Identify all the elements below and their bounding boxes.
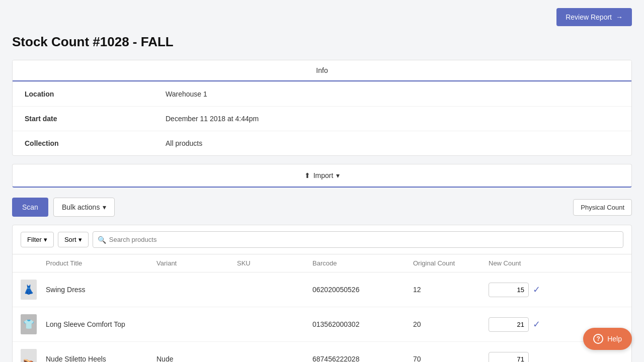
heels-icon: 👡 bbox=[23, 353, 34, 362]
review-report-label: Review Report bbox=[566, 13, 612, 21]
help-circle-icon: ? bbox=[593, 334, 603, 344]
chevron-down-icon: ▾ bbox=[336, 171, 340, 179]
col-header-barcode: Barcode bbox=[312, 259, 413, 267]
product-image-heels: 👡 bbox=[21, 349, 37, 362]
top-bar: Review Report → bbox=[0, 0, 644, 34]
barcode-heels: 687456222028 bbox=[312, 355, 413, 362]
sort-button[interactable]: Sort ▾ bbox=[58, 232, 89, 247]
physical-count-button[interactable]: Physical Count bbox=[573, 199, 632, 216]
table-row: 👡 Nude Stiletto Heels Nude 687456222028 … bbox=[13, 342, 631, 362]
table-header: Product Title Variant SKU Barcode Origin… bbox=[13, 254, 631, 273]
new-count-cell-heels bbox=[489, 352, 579, 363]
product-image-comfort-top: 👕 bbox=[21, 314, 37, 334]
filter-bar: Filter ▾ Sort ▾ 🔍 bbox=[13, 225, 631, 254]
product-title-swing-dress: Swing Dress bbox=[46, 286, 156, 294]
sort-chevron-icon: ▾ bbox=[78, 236, 82, 243]
new-count-cell-swing-dress: ✓ bbox=[489, 283, 579, 297]
info-row-start-date: Start date December 11 2018 at 4:44pm bbox=[13, 106, 631, 131]
new-count-input-swing-dress[interactable] bbox=[489, 283, 529, 297]
import-card[interactable]: ⬆ Import ▾ bbox=[12, 164, 632, 188]
info-row-collection: Collection All products bbox=[13, 131, 631, 155]
table-card: Filter ▾ Sort ▾ 🔍 Product Title Variant … bbox=[12, 225, 632, 362]
dress-icon: 👗 bbox=[23, 284, 34, 295]
location-value: Warehouse 1 bbox=[166, 90, 207, 98]
original-count-comfort-top: 20 bbox=[413, 320, 489, 328]
sort-label: Sort bbox=[64, 236, 76, 243]
action-left: Scan Bulk actions ▾ bbox=[12, 198, 115, 217]
search-wrapper: 🔍 bbox=[93, 231, 623, 248]
new-count-cell-comfort-top: ✓ bbox=[489, 317, 579, 332]
product-title-heels: Nude Stiletto Heels bbox=[46, 355, 156, 362]
filter-label: Filter bbox=[27, 236, 42, 243]
table-row: 👕 Long Sleeve Comfort Top 013562000302 2… bbox=[13, 307, 631, 342]
main-content: Stock Count #1028 - FALL Info Location W… bbox=[0, 34, 644, 362]
start-date-label: Start date bbox=[25, 115, 166, 123]
new-count-input-comfort-top[interactable] bbox=[489, 317, 529, 332]
check-icon-comfort-top: ✓ bbox=[533, 319, 540, 330]
action-bar: Scan Bulk actions ▾ Physical Count bbox=[12, 198, 632, 217]
col-header-new-count: New Count bbox=[489, 259, 579, 267]
table-row: 👗 Swing Dress 062020050526 12 ✓ bbox=[13, 273, 631, 307]
original-count-heels: 70 bbox=[413, 355, 489, 362]
product-image-swing-dress: 👗 bbox=[21, 280, 37, 300]
variant-heels: Nude bbox=[156, 355, 237, 362]
bulk-actions-chevron-icon: ▾ bbox=[103, 203, 106, 211]
info-card: Info Location Warehouse 1 Start date Dec… bbox=[12, 60, 632, 156]
collection-label: Collection bbox=[25, 139, 166, 147]
arrow-right-icon: → bbox=[616, 13, 623, 21]
page-title: Stock Count #1028 - FALL bbox=[12, 34, 632, 50]
search-icon: 🔍 bbox=[98, 236, 106, 244]
review-report-button[interactable]: Review Report → bbox=[556, 8, 632, 26]
help-fab[interactable]: ? Help bbox=[583, 328, 632, 350]
location-label: Location bbox=[25, 90, 166, 98]
info-tab[interactable]: Info bbox=[13, 60, 631, 81]
import-button[interactable]: ⬆ Import ▾ bbox=[304, 171, 340, 179]
barcode-comfort-top: 013562000302 bbox=[312, 320, 413, 328]
col-header-image bbox=[21, 259, 46, 267]
bulk-actions-button[interactable]: Bulk actions ▾ bbox=[53, 198, 115, 217]
check-icon-swing-dress: ✓ bbox=[533, 284, 540, 295]
upload-icon: ⬆ bbox=[304, 171, 310, 179]
help-label: Help bbox=[607, 335, 622, 343]
shirt-icon: 👕 bbox=[23, 319, 34, 330]
start-date-value: December 11 2018 at 4:44pm bbox=[166, 115, 259, 123]
search-input[interactable] bbox=[93, 231, 623, 248]
barcode-swing-dress: 062020050526 bbox=[312, 286, 413, 294]
new-count-input-heels[interactable] bbox=[489, 352, 529, 363]
filter-button[interactable]: Filter ▾ bbox=[21, 232, 54, 247]
scan-button[interactable]: Scan bbox=[12, 198, 48, 217]
info-row-location: Location Warehouse 1 bbox=[13, 81, 631, 106]
product-title-comfort-top: Long Sleeve Comfort Top bbox=[46, 320, 156, 328]
original-count-swing-dress: 12 bbox=[413, 286, 489, 294]
bulk-actions-label: Bulk actions bbox=[62, 203, 100, 211]
col-header-variant: Variant bbox=[156, 259, 237, 267]
import-label: Import bbox=[313, 171, 334, 179]
collection-value: All products bbox=[166, 139, 202, 147]
col-header-original-count: Original Count bbox=[413, 259, 489, 267]
col-header-product-title: Product Title bbox=[46, 259, 156, 267]
col-header-sku: SKU bbox=[237, 259, 312, 267]
filter-chevron-icon: ▾ bbox=[44, 236, 47, 243]
